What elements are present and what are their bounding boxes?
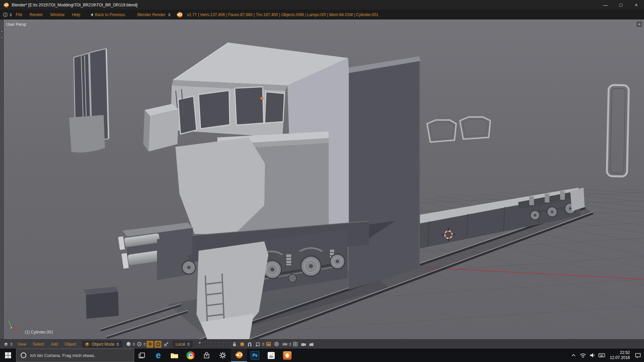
editor-type-arrows (10, 343, 13, 346)
notification-center-icon[interactable] (634, 351, 642, 359)
taskbar-app-file-explorer[interactable] (166, 349, 182, 362)
tray-keyboard-icon[interactable] (598, 351, 606, 359)
file-explorer-icon (170, 352, 179, 359)
image-viewer-icon (283, 351, 291, 360)
search-placeholder-text: Ich bin Cortana. Frag mich etwas. (30, 353, 95, 358)
manip-scale-icon[interactable] (163, 341, 169, 348)
menu-object[interactable]: Object (65, 342, 76, 347)
snap-target-icon[interactable] (240, 343, 244, 346)
dark-cube-object[interactable] (84, 287, 119, 319)
properties-region-expand-icon[interactable]: + (637, 21, 642, 27)
system-tray: 22:52 12.07.2016 (570, 349, 644, 362)
back-arrow-icon (91, 13, 93, 16)
keying-arrows2 (289, 343, 291, 346)
info-editor-icon (3, 12, 8, 17)
taskbar-app-photoshop[interactable]: Ps (247, 349, 263, 362)
menu-help[interactable]: Help (72, 12, 80, 17)
render-image-icon[interactable] (265, 341, 272, 348)
engine-select-arrows (168, 13, 171, 16)
blender-taskbar-icon (234, 351, 243, 359)
proportional-edit-icon[interactable] (273, 341, 280, 348)
render-engine-value: Blender Render (137, 12, 165, 17)
view-name-label: User Persp (6, 22, 26, 27)
menu-file[interactable]: File (16, 12, 22, 17)
menu-render[interactable]: Render (30, 12, 43, 17)
cortana-search-box[interactable]: Ich bin Cortana. Frag mich etwas. (16, 349, 134, 362)
orientation-value: Local (175, 342, 185, 347)
render-camera-icon[interactable] (300, 341, 307, 348)
mode-cube-icon (85, 342, 90, 347)
task-view-button[interactable] (134, 349, 150, 362)
photoshop-icon: Ps (251, 351, 259, 360)
object-origin-dot (260, 97, 263, 100)
orientation-select[interactable]: Local (173, 341, 193, 348)
settings-gear-icon (219, 352, 226, 359)
viewport-left-strip (0, 19, 4, 339)
start-button[interactable] (0, 349, 16, 362)
window-titlebar: Blender* [E:\ts 2015\TOI_Modding\TOI_BR2… (0, 0, 644, 10)
editor-type-selector[interactable] (3, 12, 12, 17)
close-button[interactable]: × (629, 0, 644, 10)
blender-logo-icon (176, 11, 183, 18)
manip-rotate-icon[interactable] (155, 341, 161, 348)
menu-add[interactable]: Add (51, 342, 58, 347)
3d-viewport[interactable]: User Persp (1) Cylinder.001 + (0, 19, 644, 339)
chrome-icon (186, 351, 195, 359)
rear-box-front (349, 61, 420, 290)
mode-select[interactable]: Object Mode (82, 341, 122, 348)
tray-volume-icon[interactable] (588, 351, 596, 359)
edge-icon: e (156, 351, 161, 360)
tray-chevron-up-icon[interactable] (570, 351, 578, 359)
magnet-icon[interactable] (247, 341, 253, 348)
windows-taskbar: Ich bin Cortana. Frag mich etwas. e (0, 349, 644, 362)
shading-arrows (132, 343, 135, 346)
tray-clock[interactable]: 22:52 12.07.2016 (610, 350, 630, 360)
tray-network-icon[interactable] (579, 351, 587, 359)
scene-statistics: v2.77 | Verts:137,456 | Faces:87,880 | T… (187, 12, 378, 17)
render-clapper-icon[interactable] (308, 341, 315, 348)
render-engine-select[interactable]: Blender Render (137, 12, 171, 17)
layers-widget[interactable] (199, 342, 227, 347)
menu-select[interactable]: Select (33, 342, 44, 347)
viewport-header: View Select Add Object Object Mode (0, 339, 644, 349)
pivot-icon[interactable] (136, 341, 143, 348)
taskbar-app-chrome[interactable] (182, 349, 199, 362)
active-object-label: (1) Cylinder.001 (25, 330, 53, 335)
grid-plus-icon[interactable] (292, 341, 299, 348)
toolshelf-tab-icon[interactable] (1, 30, 3, 33)
taskbar-app-store[interactable] (199, 349, 215, 362)
viewport-canvas[interactable] (0, 19, 644, 339)
cortana-icon (20, 352, 27, 359)
snap-element-arrows (262, 343, 265, 346)
editor-type-icon[interactable] (3, 341, 9, 348)
store-icon (203, 352, 210, 359)
back-to-previous-button[interactable]: Back to Previous (91, 12, 125, 17)
axis-gizmo (9, 320, 19, 331)
taskbar-app-edge[interactable]: e (150, 349, 166, 362)
shading-sphere-icon[interactable] (125, 341, 132, 348)
minimize-button[interactable]: — (598, 0, 613, 10)
keying-arrows-icon[interactable] (281, 341, 288, 348)
blender-info-header: File Render Window Help Back to Previous… (0, 10, 644, 19)
orientation-arrows (187, 343, 190, 346)
desktop-screen: Blender* [E:\ts 2015\TOI_Modding\TOI_BR2… (0, 0, 644, 362)
tray-date: 12.07.2016 (610, 355, 630, 360)
taskbar-app-image-viewer[interactable] (279, 349, 295, 362)
mode-arrows (116, 343, 119, 346)
maximize-button[interactable]: □ (613, 0, 629, 10)
taskbar-app-blender[interactable] (231, 349, 247, 362)
menu-view[interactable]: View (17, 342, 26, 347)
menu-window[interactable]: Window (50, 12, 65, 17)
taskbar-app-photos[interactable] (263, 349, 279, 362)
tray-time: 22:52 (610, 350, 630, 355)
manip-translate-icon[interactable] (147, 341, 153, 348)
photos-icon (267, 351, 275, 360)
snap-element-icon[interactable] (255, 341, 261, 348)
lock-icon[interactable] (231, 341, 238, 348)
pivot-arrows (143, 343, 146, 346)
editor-selector-arrows (9, 13, 12, 16)
window-title: Blender* [E:\ts 2015\TOI_Modding\TOI_BR2… (12, 3, 138, 7)
toolshelf-tab-icon2[interactable] (1, 36, 3, 39)
window-controls: — □ × (598, 0, 644, 10)
taskbar-app-settings[interactable] (215, 349, 231, 362)
